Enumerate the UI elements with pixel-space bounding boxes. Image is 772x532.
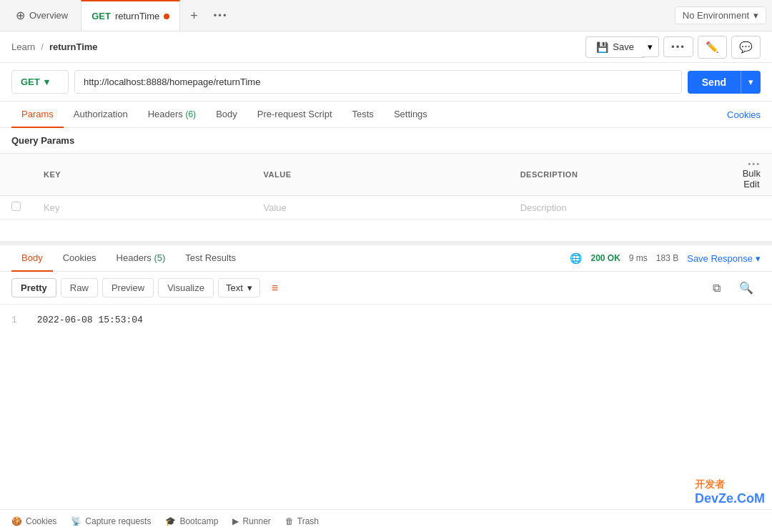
more-tabs-button[interactable]: ••• — [208, 10, 234, 21]
format-raw-button[interactable]: Raw — [61, 278, 98, 297]
tab-tests-label: Tests — [352, 109, 374, 119]
save-chevron-button[interactable]: ▾ — [642, 36, 659, 57]
tab-headers[interactable]: Headers (6) — [138, 102, 206, 128]
row-actions-cell — [731, 196, 772, 220]
query-params-label: Query Params — [0, 128, 772, 153]
value-placeholder: Value — [264, 202, 287, 213]
resp-tab-body[interactable]: Body — [11, 245, 53, 272]
format-type-chevron-icon: ▾ — [247, 282, 252, 293]
response-tabs-bar: Body Cookies Headers (5) Test Results 🌐 … — [0, 245, 772, 272]
copy-button[interactable]: ⧉ — [706, 278, 728, 298]
bulk-edit-button[interactable]: Bulk Edit — [743, 168, 761, 189]
format-type-value: Text — [226, 282, 243, 293]
method-select[interactable]: GET ▾ — [11, 70, 69, 94]
wrap-icon-button[interactable]: ≡ — [264, 278, 285, 298]
row-checkbox-cell — [0, 196, 32, 220]
save-response-button[interactable]: Save Response ▾ — [687, 253, 761, 264]
tab-body[interactable]: Body — [206, 102, 247, 128]
tab-request-name: returnTime — [115, 11, 159, 21]
cookies-link[interactable]: Cookies — [727, 102, 761, 127]
status-size: 183 B — [656, 253, 678, 263]
save-response-label: Save Response — [687, 253, 753, 264]
key-placeholder: Key — [44, 202, 59, 213]
comment-button[interactable]: 💬 — [731, 36, 761, 59]
tab-tests[interactable]: Tests — [342, 102, 384, 128]
tab-params[interactable]: Params — [11, 102, 64, 128]
format-pretty-button[interactable]: Pretty — [11, 278, 56, 297]
method-value: GET — [21, 77, 40, 87]
breadcrumb-separator: / — [41, 41, 44, 52]
bottom-runner[interactable]: ▶ Runner — [232, 516, 270, 526]
bottom-cookies[interactable]: 🍪 Cookies — [11, 516, 56, 526]
row-checkbox[interactable] — [11, 202, 21, 211]
tab-settings-label: Settings — [394, 109, 427, 119]
unsaved-dot — [164, 14, 169, 19]
trash-icon: 🗑 — [285, 516, 294, 526]
title-more-button[interactable]: ••• — [663, 36, 693, 57]
desc-cell[interactable]: Description — [509, 196, 731, 220]
chevron-down-icon: ▾ — [753, 10, 758, 21]
breadcrumb-parent[interactable]: Learn — [11, 41, 35, 52]
tab-pre-request[interactable]: Pre-request Script — [247, 102, 342, 128]
th-actions: ••• Bulk Edit — [731, 154, 772, 196]
headers-badge: (6) — [185, 109, 196, 119]
tab-settings[interactable]: Settings — [384, 102, 437, 128]
send-button[interactable]: Send — [688, 71, 741, 94]
tab-overview[interactable]: ⊕ Overview — [6, 0, 78, 31]
bottom-bootcamp-label: Bootcamp — [179, 516, 218, 526]
format-preview-button[interactable]: Preview — [102, 278, 154, 297]
resp-tab-cookies[interactable]: Cookies — [53, 245, 107, 272]
format-type-select[interactable]: Text ▾ — [218, 278, 260, 297]
breadcrumb-current: returnTime — [49, 41, 98, 52]
status-ok-badge: 200 OK — [590, 253, 620, 263]
save-response-chevron-icon: ▾ — [756, 253, 761, 264]
overview-label: Overview — [29, 10, 68, 21]
bottom-trash-label: Trash — [297, 516, 319, 526]
bottom-capture[interactable]: 📡 Capture requests — [71, 516, 151, 526]
response-body: 1 2022-06-08 15:53:04 — [0, 305, 772, 337]
save-label: Save — [613, 41, 634, 52]
bottom-trash[interactable]: 🗑 Trash — [285, 516, 319, 526]
bulk-edit-dots-icon: ••• — [748, 159, 761, 168]
value-cell[interactable]: Value — [252, 196, 509, 220]
params-table: KEY VALUE DESCRIPTION ••• Bulk Edit Key … — [0, 153, 772, 220]
desc-placeholder: Description — [520, 202, 567, 213]
overview-icon: ⊕ — [16, 9, 25, 22]
bottom-bootcamp[interactable]: 🎓 Bootcamp — [165, 516, 218, 526]
tab-bar: ⊕ Overview GET returnTime + ••• No Envir… — [0, 0, 772, 31]
resp-tab-test-results[interactable]: Test Results — [175, 245, 246, 272]
resp-tab-headers[interactable]: Headers (5) — [107, 245, 176, 272]
save-button[interactable]: 💾 Save — [585, 36, 645, 58]
th-key: KEY — [32, 154, 252, 196]
edit-button[interactable]: ✏️ — [698, 36, 727, 59]
bottom-capture-label: Capture requests — [85, 516, 151, 526]
runner-icon: ▶ — [232, 516, 239, 526]
tab-method-label: GET — [91, 11, 111, 21]
resp-cookies-label: Cookies — [63, 252, 96, 263]
capture-icon: 📡 — [71, 516, 81, 526]
title-bar: Learn / returnTime 💾 Save ▾ ••• ✏️ 💬 — [0, 31, 772, 63]
resp-status-bar: 🌐 200 OK 9 ms 183 B Save Response ▾ — [570, 252, 761, 264]
add-tab-button[interactable]: + — [183, 0, 205, 31]
send-button-group: Send ▾ — [688, 71, 761, 94]
url-bar: GET ▾ Send ▾ — [0, 63, 772, 102]
tab-authorization[interactable]: Authorization — [64, 102, 138, 128]
resp-test-results-label: Test Results — [185, 252, 236, 263]
resp-headers-label: Headers — [117, 252, 152, 263]
resp-body-label: Body — [21, 252, 43, 263]
bottom-runner-label: Runner — [242, 516, 270, 526]
tab-request-returntime[interactable]: GET returnTime — [81, 0, 180, 31]
watermark-line1: 开发者 — [695, 478, 765, 491]
key-cell[interactable]: Key — [32, 196, 252, 220]
url-input[interactable] — [74, 70, 682, 94]
method-chevron-icon: ▾ — [44, 77, 49, 87]
format-visualize-button[interactable]: Visualize — [158, 278, 214, 297]
environment-selector[interactable]: No Environment ▾ — [675, 6, 766, 24]
send-chevron-button[interactable]: ▾ — [741, 71, 761, 94]
bootcamp-icon: 🎓 — [165, 516, 176, 526]
query-params-section: Query Params KEY VALUE DESCRIPTION ••• B… — [0, 128, 772, 220]
search-button[interactable]: 🔍 — [732, 277, 761, 298]
resp-headers-badge: (5) — [154, 252, 165, 263]
table-row: Key Value Description — [0, 196, 772, 220]
send-label: Send — [702, 77, 726, 88]
